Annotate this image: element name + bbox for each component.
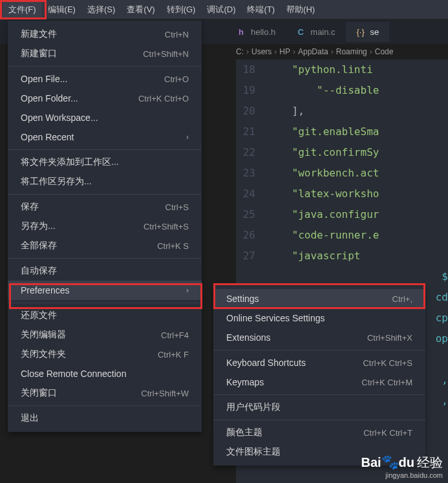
menu-item[interactable]: Open Workspace...	[8, 108, 202, 127]
chevron-right-icon: ›	[293, 47, 295, 56]
menu-item[interactable]: 将工作区另存为...	[8, 172, 202, 191]
code-content: $	[261, 266, 448, 287]
line-number: 18	[236, 59, 267, 80]
editor-line: 25 "java.configur	[236, 204, 448, 225]
menu-item-label: 用户代码片段	[226, 402, 281, 413]
file-menu: 新建文件Ctrl+N新建窗口Ctrl+Shift+NOpen File...Ct…	[8, 21, 202, 432]
menu-item[interactable]: 还原文件	[8, 306, 202, 325]
menu-item[interactable]: 关闭编辑器Ctrl+F4	[8, 325, 202, 345]
chevron-right-icon: ›	[246, 47, 249, 56]
code-content: "code-runner.e	[267, 225, 379, 246]
breadcrumb-seg[interactable]: C:	[236, 47, 244, 56]
menu-item[interactable]: 退出	[8, 409, 202, 428]
line-number: 27	[236, 246, 267, 266]
menu-item-label: Keymaps	[226, 377, 264, 387]
menubar-item-file[interactable]: 文件(F)	[3, 1, 42, 18]
code-content: "python.linti	[267, 59, 373, 80]
tab-hello-h[interactable]: h hello.h	[226, 22, 286, 42]
editor-line: 26 "code-runner.e	[236, 225, 448, 246]
breadcrumb-seg[interactable]: Users	[251, 47, 272, 56]
editor-line: 18 "python.linti	[236, 59, 448, 80]
menu-item[interactable]: 另存为...Ctrl+Shift+S	[8, 217, 202, 236]
menu-item-label: Settings	[226, 294, 259, 304]
line-number: 24	[236, 184, 267, 204]
menu-item-label: Open Folder...	[21, 93, 78, 103]
code-content: "latex-worksho	[267, 184, 379, 204]
menu-item[interactable]: 保存Ctrl+S	[8, 197, 202, 217]
menu-item[interactable]: 全部保存Ctrl+K S	[8, 236, 202, 255]
code-content: "java.configur	[267, 204, 379, 225]
preferences-submenu: SettingsCtrl+,Online Services SettingsEx…	[213, 285, 425, 466]
file-h-icon: h	[237, 27, 246, 36]
menu-item-label: 将文件夹添加到工作区...	[21, 156, 119, 168]
menu-shortcut: Ctrl+K Ctrl+O	[138, 94, 189, 103]
menu-item[interactable]: 新建文件Ctrl+N	[8, 25, 202, 44]
line-number: 25	[236, 204, 267, 225]
code-content: "javascript	[267, 246, 361, 266]
menubar-item-debug[interactable]: 调试(D)	[201, 1, 241, 18]
menu-item[interactable]: Preferences›	[8, 281, 202, 300]
tab-settings[interactable]: {·} se	[346, 22, 390, 42]
menu-item-label: Online Services Settings	[226, 313, 325, 323]
menu-item[interactable]: SettingsCtrl+,	[213, 289, 425, 308]
menu-item[interactable]: 关闭文件夹Ctrl+K F	[8, 345, 202, 364]
menubar-item-help[interactable]: 帮助(H)	[281, 1, 321, 18]
menu-item[interactable]: KeymapsCtrl+K Ctrl+M	[213, 372, 425, 392]
menu-item-label: 颜色主题	[226, 427, 262, 438]
menu-item-label: Preferences	[21, 285, 69, 295]
menu-item[interactable]: 自动保存	[8, 261, 202, 281]
paw-icon: 🐾	[381, 454, 399, 470]
menubar-item-view[interactable]: 查看(V)	[121, 1, 160, 18]
menu-item[interactable]: Open Recent›	[8, 127, 202, 147]
editor-line: 20 ],	[236, 101, 448, 122]
line-number: 26	[236, 225, 267, 246]
menu-separator	[8, 66, 202, 67]
editor-line: 27 "javascript	[236, 246, 448, 266]
tab-main-c[interactable]: C main.c	[286, 22, 345, 42]
editor-line: 24 "latex-worksho	[236, 184, 448, 204]
line-number: 20	[236, 101, 267, 122]
menu-separator	[8, 258, 202, 259]
menu-item[interactable]: ExtensionsCtrl+Shift+X	[213, 328, 425, 347]
menubar-item-select[interactable]: 选择(S)	[81, 1, 121, 18]
menu-item-label: 关闭窗口	[21, 387, 57, 399]
editor-line: 22 "git.confirmSy	[236, 142, 448, 163]
breadcrumb-seg[interactable]: HP	[279, 47, 290, 56]
menu-item[interactable]: Open Folder...Ctrl+K Ctrl+O	[8, 89, 202, 108]
menu-item[interactable]: Close Remote Connection	[8, 364, 202, 383]
menu-shortcut: Ctrl+,	[392, 294, 412, 304]
breadcrumb-seg[interactable]: Roaming	[336, 47, 367, 56]
tab-label: main.c	[310, 27, 335, 37]
menu-shortcut: Ctrl+K Ctrl+M	[361, 378, 412, 387]
menu-item[interactable]: 将文件夹添加到工作区...	[8, 153, 202, 172]
menu-separator	[213, 394, 425, 395]
line-number: 19	[236, 80, 267, 101]
menu-shortcut: Ctrl+K Ctrl+T	[363, 428, 412, 438]
file-c-icon: C	[296, 27, 305, 36]
menu-separator	[213, 350, 425, 350]
line-number: 22	[236, 142, 267, 163]
tab-label: se	[370, 27, 379, 37]
menu-item[interactable]: Keyboard ShortcutsCtrl+K Ctrl+S	[213, 353, 425, 372]
line-number: 21	[236, 122, 267, 142]
menu-item-label: 新建窗口	[21, 48, 57, 59]
menu-item[interactable]: Online Services Settings	[213, 308, 425, 328]
menubar-item-terminal[interactable]: 终端(T)	[241, 1, 281, 18]
menu-item[interactable]: 用户代码片段	[213, 398, 425, 417]
file-json-icon: {·}	[356, 27, 365, 36]
menu-shortcut: Ctrl+Shift+W	[141, 389, 189, 398]
menu-item-label: 文件图标主题	[226, 446, 281, 458]
menu-item-label: 将工作区另存为...	[21, 176, 92, 188]
breadcrumb-seg[interactable]: AppData	[298, 47, 328, 56]
breadcrumb-seg[interactable]: Code	[375, 47, 394, 56]
menu-shortcut: Ctrl+F4	[161, 330, 189, 340]
menubar-item-edit[interactable]: 编辑(E)	[42, 1, 81, 18]
menubar-item-goto[interactable]: 转到(G)	[161, 1, 202, 18]
code-content: "git.confirmSy	[267, 142, 379, 163]
menu-item[interactable]: 颜色主题Ctrl+K Ctrl+T	[213, 423, 425, 442]
menu-item[interactable]: 新建窗口Ctrl+Shift+N	[8, 44, 202, 63]
menu-separator	[8, 149, 202, 150]
menu-item[interactable]: Open File...Ctrl+O	[8, 69, 202, 89]
menubar: 文件(F) 编辑(E) 选择(S) 查看(V) 转到(G) 调试(D) 终端(T…	[0, 0, 448, 19]
menu-item[interactable]: 关闭窗口Ctrl+Shift+W	[8, 383, 202, 403]
